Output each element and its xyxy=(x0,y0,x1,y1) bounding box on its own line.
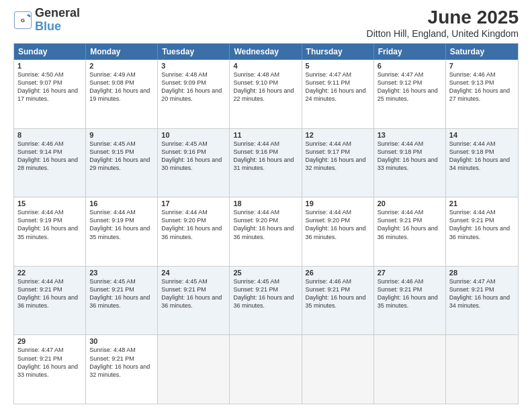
cal-cell: 13Sunrise: 4:44 AMSunset: 9:18 PMDayligh… xyxy=(374,129,446,197)
calendar-row: 8Sunrise: 4:46 AMSunset: 9:14 PMDaylight… xyxy=(14,129,518,198)
day-number: 21 xyxy=(449,199,515,208)
day-number: 6 xyxy=(378,62,442,70)
cal-cell-empty xyxy=(302,335,374,404)
cell-text: Sunrise: 4:44 AMSunset: 9:18 PMDaylight:… xyxy=(449,140,515,173)
cell-text: Sunrise: 4:45 AMSunset: 9:21 PMDaylight:… xyxy=(161,277,226,310)
day-number: 27 xyxy=(378,269,442,277)
cell-text: Sunrise: 4:44 AMSunset: 9:20 PMDaylight:… xyxy=(306,208,370,241)
day-number: 1 xyxy=(17,62,82,70)
cal-header-day: Tuesday xyxy=(158,44,230,60)
cell-text: Sunrise: 4:45 AMSunset: 9:21 PMDaylight:… xyxy=(233,277,298,310)
cal-cell: 19Sunrise: 4:44 AMSunset: 9:20 PMDayligh… xyxy=(302,197,374,266)
cal-cell: 2Sunrise: 4:49 AMSunset: 9:08 PMDaylight… xyxy=(86,60,158,128)
day-number: 16 xyxy=(89,199,154,208)
cal-cell: 25Sunrise: 4:45 AMSunset: 9:21 PMDayligh… xyxy=(230,267,302,335)
cell-text: Sunrise: 4:45 AMSunset: 9:21 PMDaylight:… xyxy=(89,277,154,310)
day-number: 18 xyxy=(233,199,298,208)
day-number: 9 xyxy=(89,131,154,139)
day-number: 26 xyxy=(306,269,370,277)
cell-text: Sunrise: 4:44 AMSunset: 9:17 PMDaylight:… xyxy=(306,140,370,173)
cell-text: Sunrise: 4:44 AMSunset: 9:19 PMDaylight:… xyxy=(17,208,82,241)
cal-cell: 27Sunrise: 4:46 AMSunset: 9:21 PMDayligh… xyxy=(374,267,446,335)
cell-text: Sunrise: 4:44 AMSunset: 9:16 PMDaylight:… xyxy=(233,140,298,173)
calendar-row: 1Sunrise: 4:50 AMSunset: 9:07 PMDaylight… xyxy=(14,60,518,129)
cell-text: Sunrise: 4:47 AMSunset: 9:12 PMDaylight:… xyxy=(378,71,442,103)
logo-text: General Blue xyxy=(35,7,80,34)
cal-cell: 20Sunrise: 4:44 AMSunset: 9:21 PMDayligh… xyxy=(374,197,446,266)
cal-cell-empty xyxy=(446,335,518,404)
cal-cell: 3Sunrise: 4:48 AMSunset: 9:09 PMDaylight… xyxy=(158,60,230,128)
day-number: 29 xyxy=(17,337,82,345)
day-number: 12 xyxy=(306,131,370,139)
cal-cell: 10Sunrise: 4:45 AMSunset: 9:16 PMDayligh… xyxy=(158,129,230,197)
page-subtitle: Ditton Hill, England, United Kingdom xyxy=(367,28,519,39)
day-number: 28 xyxy=(449,269,515,277)
calendar-body: 1Sunrise: 4:50 AMSunset: 9:07 PMDaylight… xyxy=(14,60,518,404)
cell-text: Sunrise: 4:47 AMSunset: 9:21 PMDaylight:… xyxy=(449,277,515,310)
day-number: 2 xyxy=(89,62,154,70)
cell-text: Sunrise: 4:50 AMSunset: 9:07 PMDaylight:… xyxy=(17,71,82,103)
cell-text: Sunrise: 4:46 AMSunset: 9:21 PMDaylight:… xyxy=(306,277,370,310)
day-number: 25 xyxy=(233,269,298,277)
cal-cell: 1Sunrise: 4:50 AMSunset: 9:07 PMDaylight… xyxy=(14,60,86,128)
cal-cell: 23Sunrise: 4:45 AMSunset: 9:21 PMDayligh… xyxy=(86,267,158,335)
cal-cell-empty xyxy=(158,335,230,404)
cell-text: Sunrise: 4:49 AMSunset: 9:08 PMDaylight:… xyxy=(89,71,154,103)
day-number: 8 xyxy=(17,131,82,139)
day-number: 5 xyxy=(306,62,370,70)
cal-cell: 18Sunrise: 4:44 AMSunset: 9:20 PMDayligh… xyxy=(230,197,302,266)
calendar-row: 22Sunrise: 4:44 AMSunset: 9:21 PMDayligh… xyxy=(14,267,518,336)
day-number: 4 xyxy=(233,62,298,70)
cal-header-day: Wednesday xyxy=(230,44,302,60)
day-number: 13 xyxy=(378,131,442,139)
page: G General Blue June 2025 Ditton Hill, En… xyxy=(0,0,532,411)
cell-text: Sunrise: 4:46 AMSunset: 9:21 PMDaylight:… xyxy=(378,277,442,310)
day-number: 17 xyxy=(161,199,226,208)
cell-text: Sunrise: 4:46 AMSunset: 9:14 PMDaylight:… xyxy=(17,140,82,173)
day-number: 30 xyxy=(89,337,154,345)
cell-text: Sunrise: 4:44 AMSunset: 9:21 PMDaylight:… xyxy=(449,208,515,241)
cell-text: Sunrise: 4:46 AMSunset: 9:13 PMDaylight:… xyxy=(449,71,515,103)
cal-cell: 7Sunrise: 4:46 AMSunset: 9:13 PMDaylight… xyxy=(446,60,518,128)
cal-cell: 21Sunrise: 4:44 AMSunset: 9:21 PMDayligh… xyxy=(446,197,518,266)
day-number: 15 xyxy=(17,199,82,208)
cell-text: Sunrise: 4:44 AMSunset: 9:19 PMDaylight:… xyxy=(89,208,154,241)
day-number: 19 xyxy=(306,199,370,208)
cell-text: Sunrise: 4:47 AMSunset: 9:11 PMDaylight:… xyxy=(306,71,370,103)
calendar-header: SundayMondayTuesdayWednesdayThursdayFrid… xyxy=(14,44,518,60)
cal-cell-empty xyxy=(374,335,446,404)
cal-cell-empty xyxy=(230,335,302,404)
calendar-row: 29Sunrise: 4:47 AMSunset: 9:21 PMDayligh… xyxy=(14,335,518,404)
cell-text: Sunrise: 4:44 AMSunset: 9:20 PMDaylight:… xyxy=(161,208,226,241)
cal-cell: 16Sunrise: 4:44 AMSunset: 9:19 PMDayligh… xyxy=(86,197,158,266)
cal-cell: 9Sunrise: 4:45 AMSunset: 9:15 PMDaylight… xyxy=(86,129,158,197)
cal-cell: 6Sunrise: 4:47 AMSunset: 9:12 PMDaylight… xyxy=(374,60,446,128)
day-number: 22 xyxy=(17,269,82,277)
header: G General Blue June 2025 Ditton Hill, En… xyxy=(13,7,519,39)
calendar-row: 15Sunrise: 4:44 AMSunset: 9:19 PMDayligh… xyxy=(14,197,518,267)
cal-cell: 17Sunrise: 4:44 AMSunset: 9:20 PMDayligh… xyxy=(158,197,230,266)
cell-text: Sunrise: 4:44 AMSunset: 9:21 PMDaylight:… xyxy=(378,208,442,241)
cell-text: Sunrise: 4:44 AMSunset: 9:18 PMDaylight:… xyxy=(378,140,442,173)
cal-header-day: Sunday xyxy=(14,44,86,60)
day-number: 10 xyxy=(161,131,226,139)
title-block: June 2025 Ditton Hill, England, United K… xyxy=(367,7,519,39)
cal-header-day: Saturday xyxy=(446,44,518,60)
cell-text: Sunrise: 4:44 AMSunset: 9:20 PMDaylight:… xyxy=(233,208,298,241)
svg-text:G: G xyxy=(21,17,25,24)
cal-cell: 14Sunrise: 4:44 AMSunset: 9:18 PMDayligh… xyxy=(446,129,518,197)
logo-general: General xyxy=(35,7,80,20)
cal-cell: 15Sunrise: 4:44 AMSunset: 9:19 PMDayligh… xyxy=(14,197,86,266)
cal-cell: 30Sunrise: 4:48 AMSunset: 9:21 PMDayligh… xyxy=(86,335,158,404)
cal-cell: 12Sunrise: 4:44 AMSunset: 9:17 PMDayligh… xyxy=(302,129,374,197)
cal-header-day: Thursday xyxy=(302,44,374,60)
day-number: 23 xyxy=(89,269,154,277)
cal-header-day: Friday xyxy=(374,44,446,60)
cell-text: Sunrise: 4:45 AMSunset: 9:16 PMDaylight:… xyxy=(161,140,226,173)
day-number: 20 xyxy=(378,199,442,208)
day-number: 11 xyxy=(233,131,298,139)
cell-text: Sunrise: 4:45 AMSunset: 9:15 PMDaylight:… xyxy=(89,140,154,173)
cal-cell: 8Sunrise: 4:46 AMSunset: 9:14 PMDaylight… xyxy=(14,129,86,197)
day-number: 7 xyxy=(449,62,515,70)
cal-cell: 29Sunrise: 4:47 AMSunset: 9:21 PMDayligh… xyxy=(14,335,86,404)
